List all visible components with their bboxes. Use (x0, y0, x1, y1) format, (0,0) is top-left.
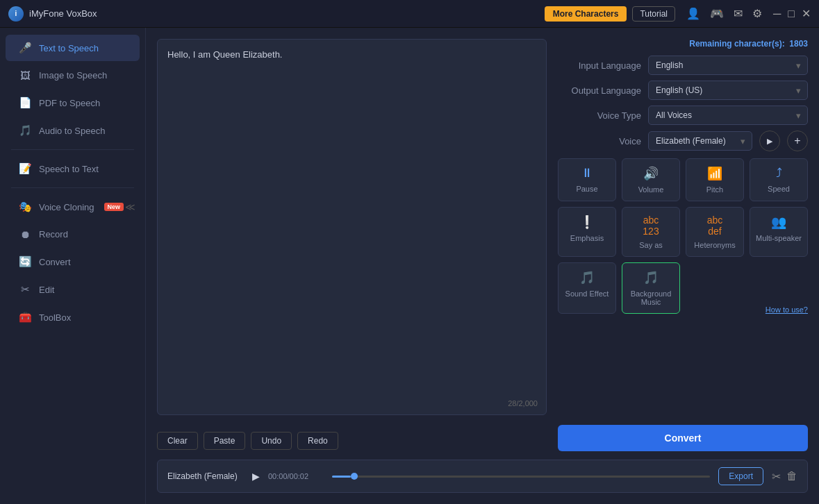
bottom-right: Convert (558, 423, 808, 451)
titlebar-left: i iMyFone VoxBox (8, 6, 97, 22)
titlebar-icons: 👤 🎮 ✉ ⚙ (686, 7, 762, 20)
player-cut-button[interactable]: ✂ (772, 470, 781, 483)
redo-button[interactable]: Redo (297, 432, 338, 450)
sidebar-item-label-conv: Convert (39, 257, 71, 267)
content-area: Hello, I am Queen Elizabeth. 28/2,000 Re… (146, 28, 819, 504)
sidebar-item-voice-cloning[interactable]: 🎭 Voice Cloning New ≪ (6, 194, 140, 220)
convert-icon: 🔄 (18, 255, 32, 268)
sidebar-item-text-to-speech[interactable]: 🎤 Text to Speech (6, 35, 140, 61)
player-play-button[interactable]: ▶ (252, 471, 260, 482)
bottom-left: Clear Paste Undo Redo (157, 425, 547, 450)
voice-type-row: Voice Type All Voices (558, 106, 808, 125)
voice-add-button[interactable]: + (787, 131, 808, 151)
voice-play-button[interactable]: ▶ (759, 131, 780, 151)
pause-button[interactable]: ⏸ Pause (558, 158, 616, 201)
heteronyms-label: Heteronyms (694, 241, 735, 249)
sidebar-divider-2 (11, 187, 134, 188)
volume-label: Volume (638, 185, 664, 194)
sidebar-item-toolbox[interactable]: 🧰 ToolBox (6, 304, 140, 330)
text-to-speech-icon: 🎤 (18, 42, 32, 54)
player-time: 00:00/00:02 (268, 472, 324, 480)
background-music-icon: 🎵 (643, 270, 659, 285)
paste-button[interactable]: Paste (204, 432, 246, 450)
sidebar-divider-1 (11, 149, 134, 150)
export-button[interactable]: Export (718, 467, 763, 485)
minimize-button[interactable]: ─ (773, 8, 781, 19)
tutorial-button[interactable]: Tutorial (632, 6, 675, 22)
settings-icon[interactable]: ⚙ (752, 7, 762, 20)
background-music-label: Background Music (627, 289, 675, 306)
sound-effect-button[interactable]: 🎵 Sound Effect (558, 262, 616, 314)
player-delete-button[interactable]: 🗑 (786, 470, 797, 482)
background-music-button[interactable]: 🎵 Background Music (622, 262, 680, 314)
speed-button[interactable]: ⤴ Speed (750, 158, 808, 201)
voice-select[interactable]: Elizabeth (Female) (648, 131, 752, 151)
undo-button[interactable]: Undo (251, 432, 292, 450)
sound-effect-icon: 🎵 (579, 270, 595, 285)
clear-button[interactable]: Clear (157, 432, 198, 450)
heteronyms-button[interactable]: abcdef Heteronyms (686, 207, 744, 257)
input-language-select[interactable]: English (648, 56, 808, 75)
say-as-label: Say as (639, 241, 663, 249)
sidebar-item-image-to-speech[interactable]: 🖼 Image to Speech (6, 62, 140, 88)
voice-cloning-icon: 🎭 (18, 201, 32, 213)
app-title: iMyFone VoxBox (29, 8, 97, 19)
more-characters-button[interactable]: More Characters (545, 6, 627, 22)
maximize-button[interactable]: □ (788, 8, 795, 19)
speed-icon: ⤴ (776, 166, 782, 180)
volume-icon: 🔊 (643, 166, 659, 181)
input-language-select-wrap: English (648, 56, 808, 75)
sidebar-item-record[interactable]: ⏺ Record (6, 221, 140, 247)
multi-speaker-button[interactable]: 👥 Multi-speaker (750, 207, 808, 257)
sidebar: 🎤 Text to Speech 🖼 Image to Speech 📄 PDF… (0, 28, 146, 504)
mail-icon[interactable]: ✉ (734, 7, 743, 20)
say-as-button[interactable]: abc123 Say as (622, 207, 680, 257)
emphasis-icon: ❕ (579, 215, 595, 230)
convert-button[interactable]: Convert (558, 425, 808, 451)
output-language-select[interactable]: English (US) (648, 81, 808, 100)
account-icon[interactable]: 👤 (686, 7, 700, 20)
volume-button[interactable]: 🔊 Volume (622, 158, 680, 201)
heteronyms-icon: abcdef (707, 215, 723, 237)
new-badge: New (104, 203, 124, 211)
close-button[interactable]: ✕ (802, 8, 811, 19)
pitch-button[interactable]: 📶 Pitch (686, 158, 744, 201)
player-progress-bar[interactable] (332, 476, 710, 478)
pitch-icon: 📶 (707, 166, 722, 181)
settings-grid: Input Language English Output Language E… (558, 56, 808, 151)
edit-icon: ✂ (18, 283, 32, 296)
player-actions: ✂ 🗑 (772, 470, 797, 483)
sidebar-item-edit[interactable]: ✂ Edit (6, 276, 140, 303)
content-row: Hello, I am Queen Elizabeth. 28/2,000 Re… (157, 39, 808, 415)
window-controls: ─ □ ✕ (773, 8, 811, 19)
output-language-select-wrap: English (US) (648, 81, 808, 100)
record-icon: ⏺ (18, 228, 32, 240)
sidebar-item-convert[interactable]: 🔄 Convert (6, 249, 140, 275)
voice-type-select[interactable]: All Voices (648, 106, 808, 125)
text-actions: Clear Paste Undo Redo (157, 432, 547, 450)
pitch-label: Pitch (706, 185, 723, 194)
emphasis-button[interactable]: ❕ Emphasis (558, 207, 616, 257)
main-layout: 🎤 Text to Speech 🖼 Image to Speech 📄 PDF… (0, 28, 819, 504)
player-progress-fill (332, 476, 351, 478)
toolbox-icon: 🧰 (18, 311, 32, 324)
effects-grid: ⏸ Pause 🔊 Volume 📶 Pitch ⤴ Speed (558, 158, 808, 314)
sidebar-item-pdf-to-speech[interactable]: 📄 PDF to Speech (6, 90, 140, 116)
multi-speaker-label: Multi-speaker (756, 234, 802, 242)
how-to-use-link[interactable]: How to use? (766, 305, 808, 314)
app-icon: i (8, 6, 24, 22)
input-language-row: Input Language English (558, 56, 808, 75)
collapse-icon: ≪ (125, 201, 135, 212)
right-panel: Remaining character(s): 1803 Input Langu… (558, 39, 808, 415)
output-language-label: Output Language (558, 85, 641, 96)
convert-btn-wrap: Convert (558, 425, 808, 451)
discord-icon[interactable]: 🎮 (710, 7, 724, 20)
player-voice-name: Elizabeth (Female) (167, 471, 244, 481)
speech-to-text-icon: 📝 (18, 162, 32, 175)
text-input[interactable]: Hello, I am Queen Elizabeth. (158, 40, 546, 414)
sidebar-item-speech-to-text[interactable]: 📝 Speech to Text (6, 156, 140, 182)
audio-to-speech-icon: 🎵 (18, 124, 32, 137)
char-count: 28/2,000 (508, 399, 538, 408)
voice-select-wrap: Elizabeth (Female) (648, 131, 752, 151)
sidebar-item-audio-to-speech[interactable]: 🎵 Audio to Speech (6, 117, 140, 144)
